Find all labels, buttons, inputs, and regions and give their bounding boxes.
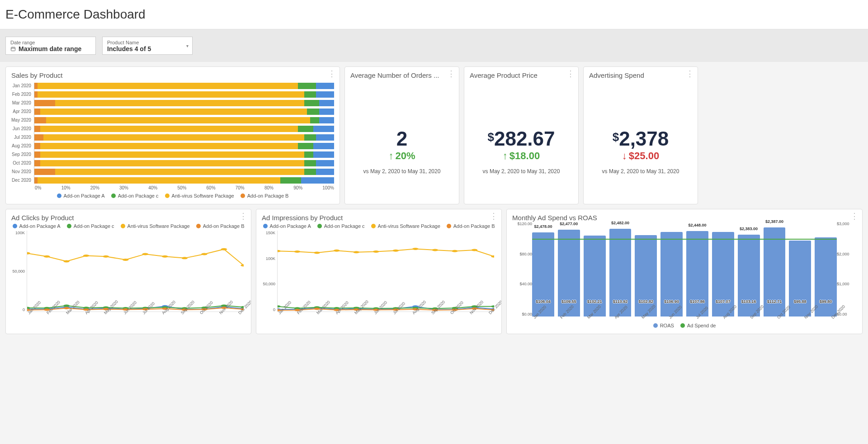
bar-segment[interactable] [40,151,304,158]
roas-bar[interactable]: $95.88 [789,241,811,316]
dashboard-row-2: Ad Clicks by Product ⋮ Add-on Package AA… [0,209,868,339]
bar-segment[interactable] [298,126,313,132]
bar-segment[interactable] [34,160,40,166]
legend-item[interactable]: Add-on Package B [241,193,289,198]
card-menu-icon[interactable]: ⋮ [566,70,575,78]
roas-bar[interactable]: $99.80 [815,237,837,316]
svg-point-36 [182,257,188,259]
legend-label: Add-on Package A [64,193,105,198]
bar-segment[interactable] [46,117,310,123]
bar-segment[interactable] [301,177,334,184]
bar-segment[interactable] [319,109,334,115]
bar-segment[interactable] [313,143,334,149]
legend-item[interactable]: Add-on Package B [196,223,245,229]
card-menu-icon[interactable]: ⋮ [239,212,247,220]
bar-segment[interactable] [304,134,316,141]
bar-segment[interactable] [316,83,334,89]
bar-segment[interactable] [304,151,313,158]
legend-item[interactable]: Anti-virus Software Package [371,223,440,229]
chart-ad-clicks: 100K50,0000 Jan 2020Feb 2020Mar 2020Apr … [11,231,245,316]
filter-date-range[interactable]: Date range Maximum date range [5,37,96,55]
bar-segment[interactable] [34,91,38,98]
roas-bar[interactable]: $2,482.00$110.92 [609,229,632,316]
legend-item[interactable]: Anti-virus Software Package [165,193,234,198]
legend-dot [13,224,17,228]
legend-item[interactable]: Add-on Package A [57,193,105,198]
legend-item[interactable]: Add-on Package c [111,193,159,198]
legend-item[interactable]: Add-on Package A [263,223,311,229]
bar-segment[interactable] [34,100,55,106]
filter-date-range-label: Date range [10,40,91,45]
bar-segment[interactable] [313,126,334,132]
roas-bar[interactable]: $102.21 [584,236,606,316]
bar-segment[interactable] [313,151,334,158]
bar-segment[interactable] [310,117,319,123]
legend-item[interactable]: Ad Spend de [680,323,716,328]
bar-segment[interactable] [307,109,319,115]
roas-bar[interactable]: $2,478.00$106.04 [532,232,554,316]
bar-segment[interactable] [34,134,43,141]
roas-bar[interactable]: $2,383.00$103.16 [738,235,760,316]
legend-label: Add-on Package c [118,193,159,198]
bar-segment[interactable] [40,126,298,132]
legend-item[interactable]: Anti-virus Software Package [121,223,190,229]
bar-segment[interactable] [34,83,38,89]
svg-point-39 [241,264,244,266]
bar-segment[interactable] [316,134,334,141]
bar-segment[interactable] [316,91,334,98]
legend-item[interactable]: Add-on Package c [67,223,114,229]
bar-segment[interactable] [40,160,304,166]
bar-segment[interactable] [304,91,316,98]
card-title: Average Product Price [470,71,573,79]
bar-segment[interactable] [34,151,40,158]
bar-segment[interactable] [316,160,334,166]
bar-segment[interactable] [316,169,334,175]
card-menu-icon[interactable]: ⋮ [490,212,498,220]
bar-segment[interactable] [55,169,304,175]
bar-segment[interactable] [298,143,313,149]
bar-segment[interactable] [34,169,55,175]
roas-bar[interactable]: $107.07 [712,232,734,316]
bar-segment[interactable] [304,100,319,106]
roas-bar[interactable]: $106.90 [660,232,683,316]
bar-segment[interactable] [40,143,298,149]
bar-segment[interactable] [298,83,316,89]
bar-segment[interactable] [43,134,304,141]
bar-segment[interactable] [38,83,298,89]
bar-segment[interactable] [319,117,334,123]
bar-segment[interactable] [40,109,307,115]
roas-bar[interactable]: $2,387.00$112.71 [764,227,786,316]
bar-segment[interactable] [38,177,280,184]
bar-segment[interactable] [304,160,316,166]
card-title: Average Number of Orders ... [350,71,453,79]
legend-item[interactable]: Add-on Package A [13,223,61,229]
card-menu-icon[interactable]: ⋮ [850,212,859,220]
bar-segment[interactable] [34,143,40,149]
card-menu-icon[interactable]: ⋮ [328,70,336,78]
card-menu-icon[interactable]: ⋮ [447,70,455,78]
filter-product-name[interactable]: Product Name Includes 4 of 5 ▾ [102,37,193,55]
bar-segment[interactable] [38,91,304,98]
card-title: Advertising Spend [589,71,692,79]
bar-segment[interactable] [34,109,40,115]
bar-segment[interactable] [34,177,38,184]
bar-segment[interactable] [34,126,40,132]
bar-segment[interactable] [34,117,47,123]
roas-bar[interactable]: $2,448.00$107.86 [686,231,708,316]
bar-segment[interactable] [55,100,304,106]
legend-item[interactable]: ROAS [653,323,674,328]
legend-item[interactable]: Add-on Package c [317,223,365,229]
filter-date-range-value: Maximum date range [10,45,91,52]
legend-dot [317,224,322,228]
roas-bar[interactable]: $2,477.00$109.55 [558,230,580,316]
bar-segment[interactable] [304,169,316,175]
bar-segment[interactable] [280,177,301,184]
svg-point-81 [373,250,379,253]
svg-point-37 [201,253,207,255]
chart-legend: Add-on Package AAdd-on Package cAnti-vir… [262,222,496,231]
legend-item[interactable]: Add-on Package B [447,223,495,229]
bar-segment[interactable] [319,100,334,106]
filter-bar: Date range Maximum date range Product Na… [0,29,868,62]
legend-dot [121,224,125,228]
card-menu-icon[interactable]: ⋮ [686,70,694,78]
